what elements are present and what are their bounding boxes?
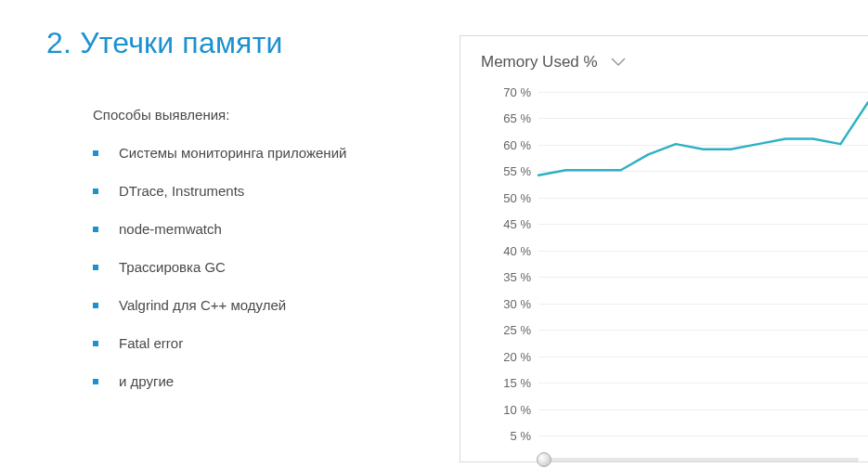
bullet-icon <box>93 379 98 384</box>
bullet-icon <box>93 188 98 194</box>
list-item: Системы мониторинга приложений <box>93 145 436 161</box>
bullet-icon <box>93 150 98 156</box>
chart-line <box>538 92 868 431</box>
slider-thumb-icon[interactable] <box>537 452 551 467</box>
bullet-icon <box>93 341 98 346</box>
y-tick-label: 65 % <box>485 111 531 125</box>
bullet-text: node-memwatch <box>119 221 222 237</box>
bullet-list: Системы мониторинга приложений DTrace, I… <box>93 145 436 389</box>
chart-title: Memory Used % <box>481 53 598 72</box>
bullet-icon <box>93 227 98 232</box>
y-tick-label: 15 % <box>485 376 531 390</box>
bullet-text: и другие <box>119 373 174 389</box>
y-tick-label: 70 % <box>485 85 531 99</box>
list-item: DTrace, Instruments <box>93 183 436 199</box>
bullet-text: Трассировка GC <box>119 259 226 275</box>
list-item: Трассировка GC <box>93 259 436 275</box>
y-tick-label: 20 % <box>485 349 531 363</box>
y-tick-label: 45 % <box>485 217 531 231</box>
slide: 2. Утечки памяти Способы выявления: Сист… <box>0 0 868 468</box>
y-tick-label: 50 % <box>485 190 531 204</box>
chart-plot <box>538 92 868 436</box>
grid-line <box>538 436 868 436</box>
chevron-down-icon <box>611 58 626 67</box>
y-tick-label: 35 % <box>485 270 531 284</box>
list-item: Valgrind для C++ модулей <box>93 297 436 313</box>
y-tick-label: 40 % <box>485 243 531 257</box>
y-tick-label: 10 % <box>485 402 531 416</box>
y-tick-label: 5 % <box>485 429 531 443</box>
y-tick-label: 60 % <box>485 137 531 151</box>
bullet-icon <box>93 303 98 308</box>
subheading: Способы выявления: <box>93 107 436 123</box>
bullet-text: Valgrind для C++ модулей <box>119 297 286 313</box>
bullet-text: Системы мониторинга приложений <box>119 145 346 161</box>
left-column: Способы выявления: Системы мониторинга п… <box>46 107 436 411</box>
chart-panel: Memory Used % 70 %65 %60 %55 %50 %45 %40… <box>460 35 868 462</box>
chart-header[interactable]: Memory Used % <box>460 36 868 84</box>
list-item: Fatal error <box>93 335 436 351</box>
list-item: node-memwatch <box>93 221 436 237</box>
y-tick-label: 30 % <box>485 296 531 310</box>
list-item: и другие <box>93 373 436 389</box>
bullet-text: Fatal error <box>119 335 183 351</box>
time-slider[interactable] <box>538 458 859 462</box>
y-tick-label: 55 % <box>485 164 531 178</box>
bullet-text: DTrace, Instruments <box>119 183 244 199</box>
y-tick-label: 25 % <box>485 323 531 337</box>
chart-body: 70 %65 %60 %55 %50 %45 %40 %35 %30 %25 %… <box>460 84 868 456</box>
bullet-icon <box>93 265 98 270</box>
